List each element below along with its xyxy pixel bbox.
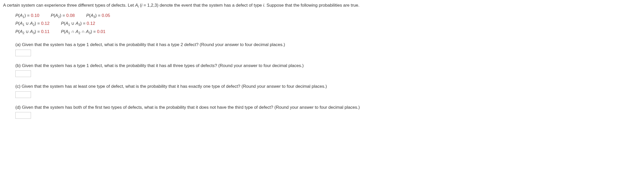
a-var: A [20, 29, 23, 34]
question-c: (c) Given that the system has at least o… [15, 83, 641, 90]
eq: ) = [91, 29, 97, 34]
p-label: P [61, 29, 64, 34]
problem-intro: A certain system can experience three di… [3, 2, 641, 9]
prob-value: 0.08 [66, 13, 75, 18]
intro-text-2: ( [139, 3, 141, 8]
prob-a2-u-a3: P(A2 ∪ A3) = 0.11 [15, 28, 49, 36]
a-sub: 2 [58, 15, 60, 19]
a-var: A [65, 21, 68, 26]
a-var: A [76, 29, 78, 34]
prob-value: 0.05 [102, 13, 110, 18]
question-b: (b) Given that the system has a type 1 d… [15, 62, 641, 69]
a-var: A [76, 21, 78, 26]
intro-text-3: = 1,2,3) denote the event that the syste… [142, 3, 263, 8]
eq: ) = [35, 29, 41, 34]
question-a: (a) Given that the system has a type 1 d… [15, 41, 641, 48]
union-op: ∪ [70, 21, 76, 26]
prob-value: 0.10 [31, 13, 39, 18]
eq: ) = [24, 13, 31, 18]
a-sub: 3 [78, 23, 80, 27]
answer-input-d[interactable] [15, 112, 31, 119]
a-var: A [30, 29, 33, 34]
intro-var-A: A [135, 3, 138, 8]
a-var: A [20, 21, 23, 26]
union-op: ∪ [24, 21, 30, 26]
a-sub: 2 [79, 31, 80, 35]
a-var: A [20, 13, 23, 18]
eq: ) = [35, 21, 41, 26]
prob-value: 0.11 [41, 29, 49, 34]
intro-text-1: A certain system can experience three di… [3, 3, 135, 8]
a-sub: 1 [68, 31, 70, 35]
intersect-op: ∩ [80, 29, 86, 34]
prob-a3: P(A3) = 0.05 [86, 12, 110, 19]
prob-a1-i-a2-i-a3: P(A1 ∩ A2 ∩ A3) = 0.01 [61, 28, 105, 36]
prob-a1-u-a3: P(A1 ∪ A3) = 0.12 [61, 20, 95, 27]
prob-a1: P(A1) = 0.10 [15, 12, 39, 19]
eq: ) = [60, 13, 66, 18]
prob-row-1: P(A1) = 0.10 P(A2) = 0.08 P(A3) = 0.05 [15, 12, 641, 19]
prob-a2: P(A2) = 0.08 [51, 12, 75, 19]
answer-input-c[interactable] [15, 91, 31, 98]
p-label: P [15, 21, 18, 26]
probability-block: P(A1) = 0.10 P(A2) = 0.08 P(A3) = 0.05 P… [15, 12, 641, 36]
answer-input-b[interactable] [15, 70, 31, 77]
intersect-op: ∩ [70, 29, 76, 34]
a-var: A [86, 29, 89, 34]
prob-a1-u-a2: P(A1 ∪ A2) = 0.12 [15, 20, 49, 27]
p-label: P [86, 13, 89, 18]
eq: ) = [80, 21, 87, 26]
a-var: A [30, 21, 33, 26]
a-sub: 3 [89, 31, 91, 35]
eq: ) = [95, 13, 102, 18]
p-label: P [15, 13, 18, 18]
p-label: P [15, 29, 18, 34]
prob-row-2: P(A1 ∪ A2) = 0.12 P(A1 ∪ A3) = 0.12 [15, 20, 641, 27]
prob-value: 0.12 [41, 21, 49, 26]
a-var: A [65, 29, 68, 34]
intro-text-4: . Suppose that the following probabiliti… [264, 3, 359, 8]
answer-input-a[interactable] [15, 50, 31, 56]
p-label: P [61, 21, 64, 26]
prob-value: 0.01 [97, 29, 105, 34]
union-op: ∪ [24, 29, 30, 34]
a-var: A [55, 13, 58, 18]
prob-value: 0.12 [87, 21, 95, 26]
prob-row-3: P(A2 ∪ A3) = 0.11 P(A1 ∩ A2 ∩ A3) = 0.01 [15, 28, 641, 36]
a-var: A [91, 13, 93, 18]
question-d: (d) Given that the system has both of th… [15, 104, 641, 111]
p-label: P [51, 13, 53, 18]
a-sub: 1 [68, 23, 70, 27]
